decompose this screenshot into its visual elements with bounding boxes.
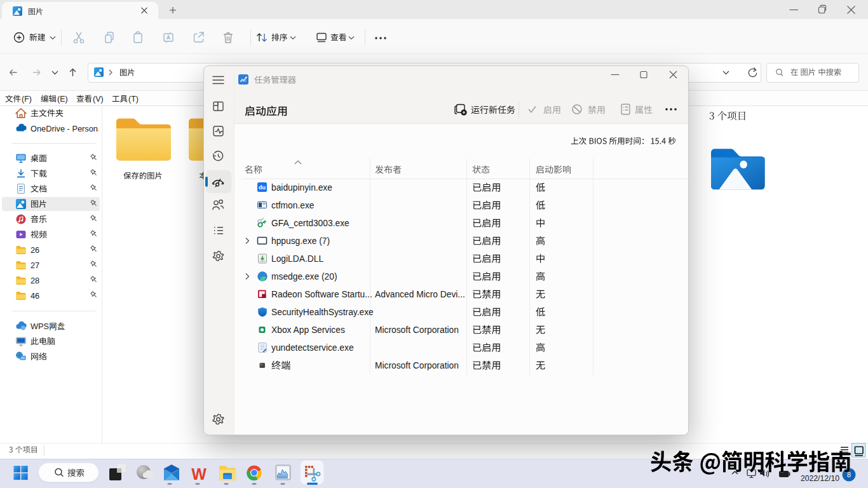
svg-text:2022/12/10: 2022/12/10 bbox=[801, 474, 839, 483]
svg-text:W: W bbox=[191, 465, 207, 483]
